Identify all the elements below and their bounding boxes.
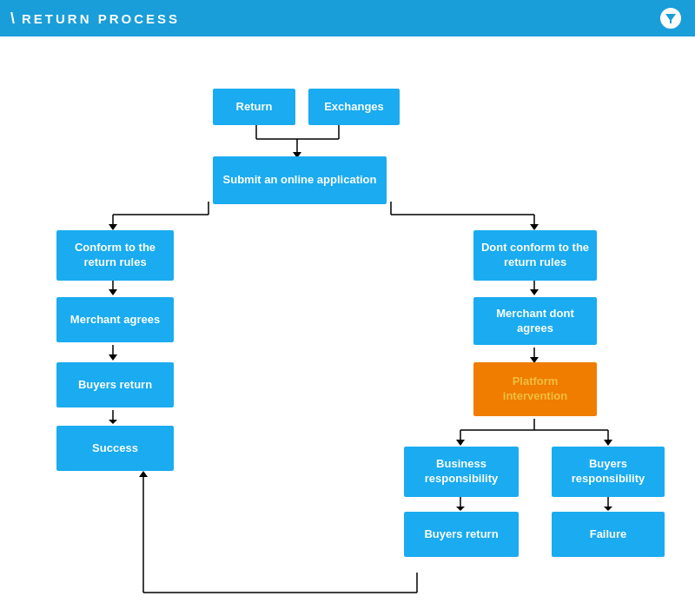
buyers-resp-box: Buyers responsibility	[552, 447, 665, 497]
svg-marker-27	[456, 440, 465, 446]
business-resp-box: Business responsibility	[404, 447, 519, 497]
svg-marker-17	[109, 354, 117, 361]
dont-conform-box: Dont conform to the return rules	[473, 230, 597, 281]
merchant-agrees-box: Merchant agrees	[56, 297, 174, 342]
filter-icon[interactable]	[659, 6, 683, 30]
svg-marker-29	[604, 440, 612, 446]
svg-marker-9	[109, 224, 117, 230]
diagram: Return Exchanges Submit an online applic…	[0, 36, 695, 616]
svg-marker-31	[456, 507, 465, 511]
svg-marker-0	[665, 14, 676, 23]
conform-box: Conform to the return rules	[56, 230, 174, 281]
svg-marker-21	[530, 289, 539, 295]
buyers-return-right-box: Buyers return	[404, 512, 519, 557]
header: \ RETURN PROCESS	[0, 0, 695, 36]
svg-marker-15	[109, 289, 117, 295]
buyers-return-left-box: Buyers return	[56, 362, 174, 407]
merchant-dont-box: Merchant dont agrees	[473, 297, 597, 345]
return-box: Return	[213, 89, 295, 125]
platform-box: Platform intervention	[473, 362, 597, 416]
success-box: Success	[56, 426, 174, 471]
svg-marker-35	[139, 471, 148, 477]
failure-box: Failure	[552, 512, 665, 557]
svg-marker-13	[530, 224, 539, 230]
svg-marker-37	[604, 507, 612, 511]
exchanges-box: Exchanges	[308, 89, 400, 125]
header-slash: \	[10, 10, 15, 28]
header-title: RETURN PROCESS	[22, 11, 180, 26]
svg-marker-19	[109, 420, 117, 424]
submit-box: Submit an online application	[213, 156, 387, 204]
